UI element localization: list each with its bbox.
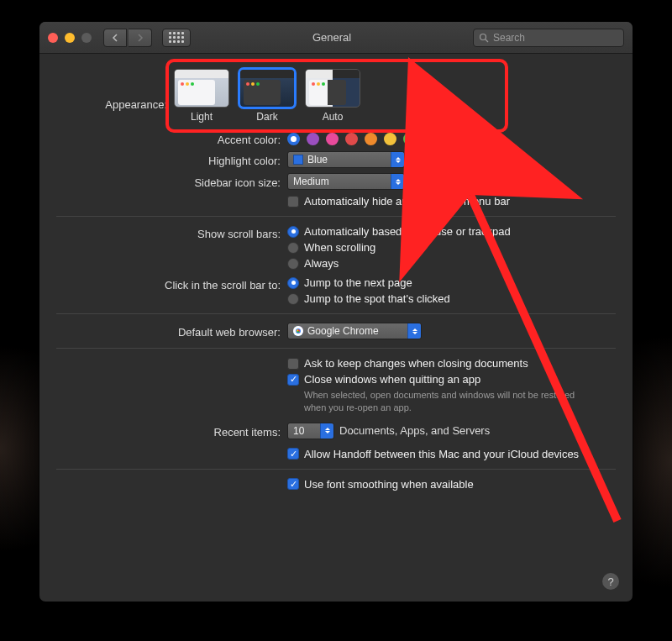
traffic-lights xyxy=(48,33,92,43)
stepper-arrows-icon xyxy=(391,174,404,189)
accent-label: Accent color: xyxy=(56,131,287,146)
accent-swatch[interactable] xyxy=(345,133,358,145)
accent-swatch[interactable] xyxy=(326,133,339,145)
default-browser-value: Google Chrome xyxy=(307,325,379,337)
divider xyxy=(56,313,616,314)
recent-suffix: Documents, Apps, and Servers xyxy=(339,424,490,437)
divider xyxy=(56,469,616,470)
sidebar-size-label: Sidebar icon size: xyxy=(56,174,287,189)
search-icon xyxy=(479,33,489,43)
close-windows-label: Close windows when quitting an app xyxy=(304,373,480,386)
accent-swatch[interactable] xyxy=(365,133,377,145)
recent-select[interactable]: 10 xyxy=(287,423,334,439)
scrollbars-auto-radio[interactable] xyxy=(287,226,299,238)
divider xyxy=(56,216,616,217)
highlight-label: Highlight color: xyxy=(56,152,287,167)
titlebar: General Search xyxy=(39,22,633,54)
help-button[interactable]: ? xyxy=(602,573,619,590)
recent-label: Recent items: xyxy=(56,423,287,439)
autohide-menubar-checkbox[interactable] xyxy=(287,196,299,208)
scrollbars-always-radio[interactable] xyxy=(287,258,299,270)
accent-swatch[interactable] xyxy=(403,133,416,145)
stepper-arrows-icon xyxy=(407,323,421,339)
search-field[interactable]: Search xyxy=(473,29,624,47)
scrollbars-scrolling-label: When scrolling xyxy=(304,241,375,254)
question-icon: ? xyxy=(607,575,613,588)
chrome-icon xyxy=(293,326,303,336)
stepper-arrows-icon xyxy=(320,423,333,439)
window-title: General xyxy=(197,31,466,44)
default-browser-select[interactable]: Google Chrome xyxy=(287,323,422,339)
appearance-auto-label: Auto xyxy=(323,111,344,123)
divider xyxy=(56,348,616,349)
click-scroll-label: Click in the scroll bar to: xyxy=(56,276,287,292)
svg-point-0 xyxy=(480,34,486,39)
scrollbars-always-label: Always xyxy=(304,257,339,270)
font-smoothing-checkbox[interactable] xyxy=(287,478,299,490)
accent-swatch[interactable] xyxy=(287,133,300,145)
sidebar-size-value: Medium xyxy=(293,176,329,187)
appearance-option-dark[interactable] xyxy=(239,69,295,108)
default-browser-label: Default web browser: xyxy=(56,323,287,339)
click-scroll-next-radio[interactable] xyxy=(287,277,299,289)
accent-swatch[interactable] xyxy=(423,133,435,145)
handoff-label: Allow Handoff between this Mac and your … xyxy=(304,448,579,460)
appearance-dark-label: Dark xyxy=(256,111,277,123)
accent-swatches xyxy=(287,133,435,145)
click-scroll-spot-label: Jump to the spot that's clicked xyxy=(304,292,450,305)
preferences-window: General Search Appearance: Light xyxy=(39,22,633,602)
highlight-swatch-icon xyxy=(293,155,303,165)
minimize-button[interactable] xyxy=(65,33,75,43)
close-windows-helper: When selected, open documents and window… xyxy=(304,389,590,414)
appearance-light-label: Light xyxy=(191,111,213,123)
search-placeholder: Search xyxy=(493,32,525,44)
sidebar-size-select[interactable]: Medium xyxy=(287,173,405,190)
content-area: Appearance: Light Dark xyxy=(39,54,633,602)
svg-line-1 xyxy=(486,39,488,42)
close-button[interactable] xyxy=(48,33,58,43)
handoff-checkbox[interactable] xyxy=(287,448,299,460)
show-all-button[interactable] xyxy=(162,29,191,47)
ask-changes-checkbox[interactable] xyxy=(287,358,299,370)
recent-value: 10 xyxy=(293,425,304,437)
scrollbars-label: Show scroll bars: xyxy=(56,225,287,240)
appearance-option-auto[interactable] xyxy=(305,69,360,108)
autohide-menubar-label: Automatically hide and show the menu bar xyxy=(304,195,510,208)
highlight-value: Blue xyxy=(307,154,328,166)
zoom-button[interactable] xyxy=(81,33,92,43)
highlight-select[interactable]: Blue xyxy=(287,151,405,168)
grid-icon xyxy=(169,32,184,43)
close-windows-checkbox[interactable] xyxy=(287,374,299,386)
ask-changes-label: Ask to keep changes when closing documen… xyxy=(304,357,528,370)
chevron-right-icon xyxy=(137,34,144,42)
scrollbars-scrolling-radio[interactable] xyxy=(287,242,299,254)
chevron-left-icon xyxy=(112,34,118,42)
appearance-label: Appearance: xyxy=(56,81,174,111)
appearance-option-light[interactable] xyxy=(174,69,229,108)
back-button[interactable] xyxy=(103,29,127,47)
font-smoothing-label: Use font smoothing when available xyxy=(304,478,474,491)
scrollbars-auto-label: Automatically based on mouse or trackpad xyxy=(304,225,511,238)
accent-swatch[interactable] xyxy=(307,133,319,145)
stepper-arrows-icon xyxy=(391,152,404,167)
forward-button[interactable] xyxy=(129,29,152,47)
click-scroll-next-label: Jump to the next page xyxy=(304,276,412,289)
accent-swatch[interactable] xyxy=(384,133,396,145)
click-scroll-spot-radio[interactable] xyxy=(287,293,299,305)
